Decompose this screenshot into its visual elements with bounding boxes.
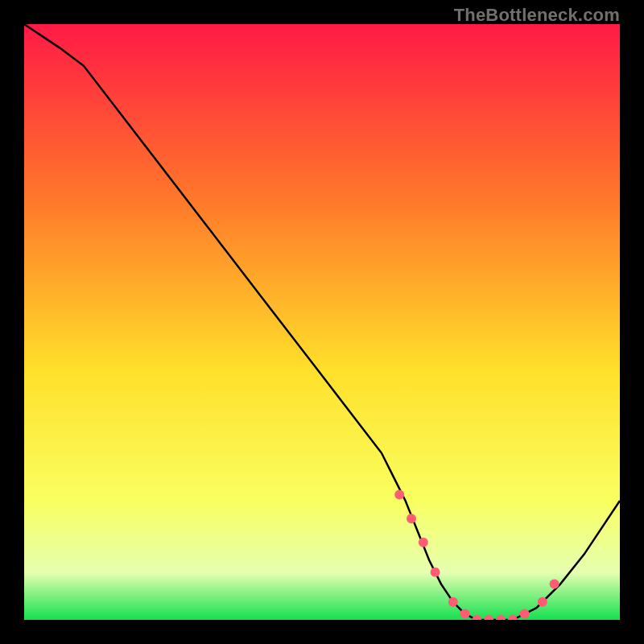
- marker-dot: [448, 597, 458, 607]
- marker-dot: [538, 597, 547, 607]
- marker-dot: [550, 580, 559, 589]
- marker-dot: [484, 615, 493, 620]
- marker-dot: [472, 615, 481, 620]
- plot-area: [24, 24, 620, 620]
- curve-path: [24, 24, 620, 620]
- marker-dot: [394, 490, 404, 500]
- marker-dot: [460, 609, 470, 619]
- marker-dot: [407, 514, 416, 523]
- marker-dot: [419, 538, 428, 547]
- marker-dot: [496, 615, 506, 620]
- watermark-label: TheBottleneck.com: [454, 5, 620, 26]
- marker-dot: [508, 615, 518, 620]
- marker-group: [394, 490, 559, 620]
- marker-dot: [520, 609, 530, 619]
- bottleneck-curve: [24, 24, 620, 620]
- marker-dot: [431, 568, 440, 577]
